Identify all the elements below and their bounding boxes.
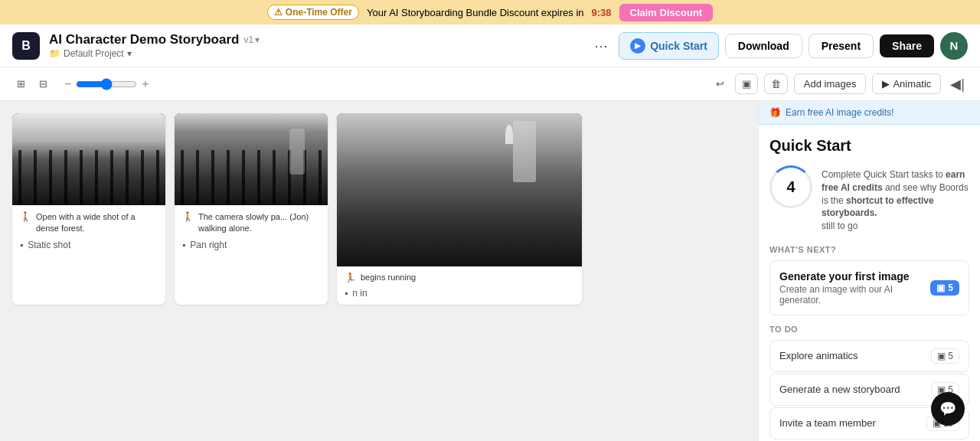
frame-info-1: 🚶 Open with a wide shot of a dense fores…	[12, 205, 165, 256]
frame-image-1	[12, 113, 165, 205]
collapse-icon: ◀|	[950, 77, 965, 92]
present-button[interactable]: Present	[808, 34, 874, 58]
frame-image-2	[175, 113, 328, 205]
todo-item-animatics[interactable]: Explore animatics ▣ 5	[769, 340, 969, 372]
steps-label: still to go	[822, 220, 858, 231]
zoom-in-button[interactable]: +	[142, 77, 149, 91]
offer-badge: ⚠ One-Time Offer	[267, 5, 359, 20]
quick-start-panel: 🎁 Earn free AI image credits! Quick Star…	[758, 101, 980, 441]
more-options-button[interactable]: ⋯	[590, 34, 612, 57]
frame-shot-1: ▪ Static shot	[20, 240, 158, 250]
view-toggle-group: ⊞ ⊟	[12, 75, 52, 93]
project-title: AI Character Demo Storyboard v1 ▾	[49, 32, 260, 47]
steps-left-number: 4	[786, 178, 795, 196]
walk-icon-2: 🚶	[182, 211, 194, 222]
frame-options-button[interactable]: ▣	[735, 74, 758, 94]
animatic-button[interactable]: ▶ Animatic	[872, 74, 941, 94]
camera-icon-3: ▪	[345, 288, 348, 299]
chat-icon: 💬	[939, 400, 956, 417]
chat-fab-button[interactable]: 💬	[931, 392, 965, 426]
todo-item-label-storyboard: Generate a new storyboard	[779, 384, 900, 395]
frame-action-text: Open with a wide shot of a dense forest.	[36, 211, 158, 235]
user-avatar[interactable]: N	[940, 32, 968, 60]
whats-next-label: WHAT'S NEXT?	[769, 245, 969, 254]
quick-start-title: Quick Start	[769, 137, 969, 155]
zoom-control: − +	[64, 77, 149, 91]
banner-text: Your AI Storyboarding Bundle Discount ex…	[367, 7, 584, 18]
walk-icon: 🚶	[20, 211, 31, 222]
delete-frame-button[interactable]: 🗑	[764, 74, 788, 94]
folder-icon: 📁	[49, 48, 60, 59]
claim-discount-button[interactable]: Claim Discount	[619, 4, 714, 21]
todo-item-label-invite: Invite a team member	[779, 417, 876, 429]
add-images-button[interactable]: Add images	[794, 74, 867, 94]
todo-credit-animatics: ▣ 5	[931, 348, 959, 364]
generate-image-text: Generate your first image Create an imag…	[779, 270, 930, 305]
version-badge[interactable]: v1 ▾	[243, 34, 260, 45]
credit-icon-2: ▣	[937, 351, 946, 361]
promo-banner: ⚠ One-Time Offer Your AI Storyboarding B…	[0, 0, 980, 24]
generate-image-subtitle: Create an image with our AI generator.	[779, 284, 930, 305]
frame-card-3[interactable]: 🏃 begins running ▪ n in	[337, 113, 582, 305]
generate-image-credits: ▣ 5	[930, 280, 959, 296]
trash-icon: 🗑	[771, 78, 781, 90]
offer-icon: ⚠	[274, 7, 283, 18]
collapse-panel-button[interactable]: ◀|	[947, 73, 968, 96]
list-icon: ⊟	[39, 78, 47, 90]
frame-card-2[interactable]: 🚶 The camera slowly pa... (Jon) walking …	[175, 113, 328, 305]
grid-icon: ⊞	[17, 78, 25, 90]
zoom-out-button[interactable]: −	[64, 77, 71, 91]
frame-action-3: 🏃 begins running	[345, 273, 574, 283]
zoom-slider[interactable]	[76, 78, 137, 90]
frame-shot-3: ▪ n in	[345, 288, 574, 299]
frame-card[interactable]: 🚶 Open with a wide shot of a dense fores…	[12, 113, 165, 305]
chevron-down-icon-2: ▾	[127, 48, 132, 59]
earn-credits-banner: 🎁 Earn free AI image credits!	[759, 101, 980, 125]
project-name: Default Project	[64, 48, 124, 59]
frame-image-3	[337, 113, 582, 266]
todo-list: Explore animatics ▣ 5 Generate a new sto…	[769, 340, 969, 439]
frame-info-3: 🏃 begins running ▪ n in	[337, 266, 582, 305]
countdown-timer: 9:38	[592, 7, 612, 18]
editor-toolbar: ⊞ ⊟ − + ↩ ▣ 🗑 Add images ▶ Animatic ◀|	[0, 67, 980, 101]
generate-image-card[interactable]: Generate your first image Create an imag…	[769, 260, 969, 315]
camera-icon: ▪	[20, 240, 23, 250]
todo-item-label-animatics: Explore animatics	[779, 350, 858, 361]
frame-action-text-3: begins running	[361, 273, 416, 282]
main-content: 🚶 Open with a wide shot of a dense fores…	[0, 101, 980, 441]
progress-description: Complete Quick Start tasks to earn free …	[822, 165, 969, 233]
quick-start-icon: ▶	[630, 38, 645, 54]
frame-info-2: 🚶 The camera slowly pa... (Jon) walking …	[175, 205, 328, 256]
camera-icon-2: ▪	[182, 240, 185, 250]
frame-action-1: 🚶 Open with a wide shot of a dense fores…	[20, 211, 158, 235]
app-logo: B	[12, 32, 40, 60]
list-view-button[interactable]: ⊟	[34, 75, 52, 93]
play-icon: ▶	[882, 78, 890, 90]
grid-view-button[interactable]: ⊞	[12, 75, 30, 93]
shot-label: Static shot	[28, 240, 70, 250]
generate-image-title: Generate your first image	[779, 270, 930, 283]
app-header: B AI Character Demo Storyboard v1 ▾ 📁 De…	[0, 24, 980, 67]
quick-start-button[interactable]: ▶ Quick Start	[619, 32, 719, 60]
project-subtitle[interactable]: 📁 Default Project ▾	[49, 48, 260, 59]
progress-area: 4 Complete Quick Start tasks to earn fre…	[769, 165, 969, 233]
project-title-area: AI Character Demo Storyboard v1 ▾ 📁 Defa…	[49, 32, 260, 59]
toolbar-right-actions: ↩ ▣ 🗑 Add images ▶ Animatic ◀|	[711, 73, 968, 96]
undo-icon: ↩	[716, 78, 724, 90]
todo-label: TO DO	[769, 325, 969, 334]
frame-action-2: 🚶 The camera slowly pa... (Jon) walking …	[182, 211, 320, 235]
chevron-down-icon: ▾	[255, 34, 260, 45]
frame-icon: ▣	[742, 78, 751, 90]
download-button[interactable]: Download	[725, 34, 802, 58]
run-icon: 🏃	[345, 273, 356, 283]
shot-label-2: Pan right	[190, 240, 227, 250]
credit-icon: ▣	[936, 283, 945, 293]
frame-action-text-2: The camera slowly pa... (Jon) walking al…	[198, 211, 320, 235]
share-button[interactable]: Share	[880, 34, 934, 57]
gift-icon: 🎁	[769, 107, 781, 118]
undo-button[interactable]: ↩	[711, 75, 729, 93]
offer-badge-label: One-Time Offer	[286, 7, 352, 18]
frame-shot-2: ▪ Pan right	[182, 240, 320, 250]
shot-label-3: n in	[352, 288, 367, 299]
earn-banner-text: Earn free AI image credits!	[786, 107, 893, 118]
